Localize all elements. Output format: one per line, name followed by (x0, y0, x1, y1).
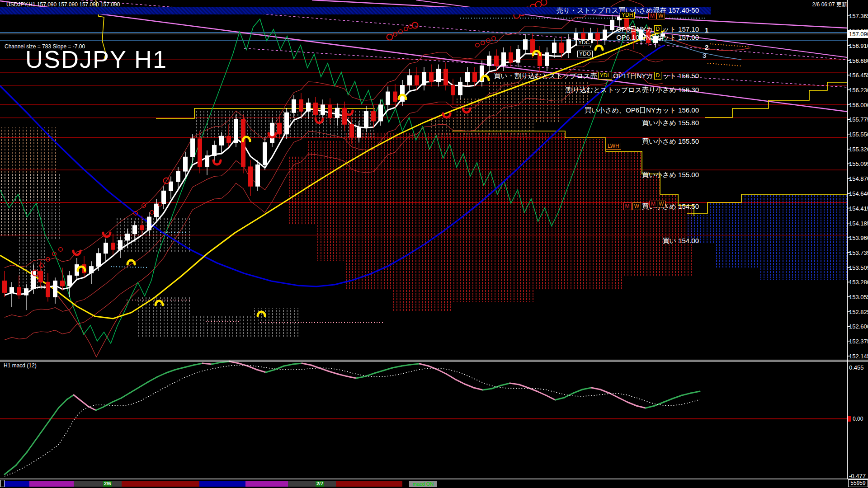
macd-line-segment (5, 465, 16, 474)
macd-line-segment (311, 365, 320, 368)
candle-body (162, 191, 166, 204)
macd-line-segment (338, 374, 347, 376)
macd-line-segment (519, 385, 528, 388)
candle-body (516, 49, 520, 62)
order-annotation: 買い・割り込むとストップロス売YDLOP11日NYカDット 156.50 (494, 72, 699, 80)
macd-line-segment (112, 398, 121, 402)
price-tick-label: 154.870 (849, 175, 868, 182)
dotted-level-segment (710, 44, 750, 47)
annotation-text: 買い・割り込むとストップロス売 (494, 72, 597, 79)
candle-body (227, 136, 231, 142)
order-annotation: 買い小さめ 155.80 (642, 119, 699, 126)
candle-body (292, 99, 296, 113)
timeline-segment[interactable] (199, 481, 245, 487)
candle-body (212, 145, 217, 155)
candle-body (401, 85, 405, 102)
macd-line-segment (248, 366, 257, 370)
candle-body (205, 155, 209, 167)
label-box-m: M (648, 13, 656, 19)
chain-dot-icon (399, 30, 402, 33)
candle-body (140, 225, 144, 230)
timeline-segment[interactable] (4, 481, 29, 487)
candle-body (278, 123, 282, 134)
candle-body (603, 30, 607, 40)
timeline-segment[interactable] (29, 481, 74, 487)
timeline-segment[interactable] (336, 481, 402, 487)
macd-line-segment (89, 407, 96, 410)
annotation-text: OP6日NYカ (616, 26, 653, 33)
macd-line-segment (275, 366, 284, 370)
macd-line-segment (573, 389, 582, 393)
candle-body (234, 119, 238, 143)
order-annotation: OP6,10日NYカット 157.00 (616, 34, 699, 41)
candle-body (328, 105, 332, 118)
label-box-w: W (657, 201, 665, 207)
macd-line-segment (203, 363, 212, 364)
macd-zero-tick (848, 416, 851, 422)
macd-line-segment (74, 395, 80, 400)
chain-dot-icon (492, 37, 495, 40)
price-tick-label: 152.145 (849, 353, 868, 360)
macd-line-segment (401, 365, 410, 366)
candle-body (155, 204, 159, 217)
macd-line-segment (627, 402, 637, 406)
price-tick-label: 154.415 (849, 205, 868, 212)
macd-indicator (0, 361, 847, 476)
macd-line-segment (465, 384, 474, 388)
timeline-date-label: 2/7 (316, 481, 324, 487)
macd-line-segment (392, 366, 401, 368)
candle-body (184, 157, 188, 171)
buy-signal-icon (243, 137, 250, 141)
count-marker-2: 2 (705, 43, 708, 51)
price-tick-label: 156.230 (849, 87, 868, 94)
timeline-segment[interactable] (74, 481, 122, 487)
price-tick-label: 155.550 (849, 131, 868, 138)
label-box-lwh: LWH (606, 143, 621, 150)
buy-signal-icon (78, 267, 85, 271)
macd-line-segment (582, 388, 591, 389)
macd-line-segment (438, 370, 447, 374)
macd-line-segment (212, 362, 221, 364)
macd-line-segment (600, 389, 609, 393)
candle-body (10, 287, 14, 293)
candle-body (393, 92, 397, 102)
timeline-segment[interactable] (288, 481, 336, 487)
candle-body (350, 124, 354, 137)
buy-signal-icon (481, 76, 489, 80)
sell-signal-icon (443, 113, 450, 117)
candle-body (17, 287, 21, 295)
timeline-segment[interactable] (245, 481, 288, 487)
macd-toggle-button[interactable]: macd ON (409, 481, 437, 487)
order-annotation: OP6日NYカDット 157.10 (616, 25, 699, 33)
macd-line-segment (429, 366, 438, 370)
macd-scale-top: 0.455 (849, 364, 864, 371)
macd-line-segment (383, 368, 392, 371)
cloud-redHatch (289, 132, 694, 311)
macd-line-segment (637, 406, 646, 408)
macd-line-segment (59, 399, 67, 408)
macd-line-segment (555, 398, 564, 400)
scroll-anchor[interactable] (0, 480, 5, 487)
macd-line-segment (492, 385, 501, 389)
price-tick-label: 154.640 (849, 190, 868, 197)
price-tick-label: 153.960 (849, 235, 868, 241)
candle-body (299, 99, 303, 111)
candle-body (509, 53, 513, 63)
price-tick-label: 155.095 (849, 160, 868, 167)
macd-line-segment (546, 395, 555, 400)
price-tick-label: 156.000 (849, 102, 868, 108)
price-tick-label: 152.375 (849, 338, 868, 345)
label-box-ydc: YDC (576, 39, 591, 46)
macd-line-segment (121, 393, 130, 398)
candle-body (466, 72, 470, 82)
timeline-segment[interactable] (122, 481, 199, 487)
chart-canvas[interactable] (0, 0, 868, 488)
annotation-text: 割り込むとストップロス売り小さめ 156.30 (566, 86, 699, 93)
candle-body (531, 40, 535, 53)
candle-body (307, 103, 311, 112)
sell-signal-icon (73, 251, 80, 255)
candle-body (24, 289, 28, 295)
candle-body (560, 43, 564, 53)
dotted-level-segment (111, 267, 149, 267)
candle-body (321, 105, 325, 115)
